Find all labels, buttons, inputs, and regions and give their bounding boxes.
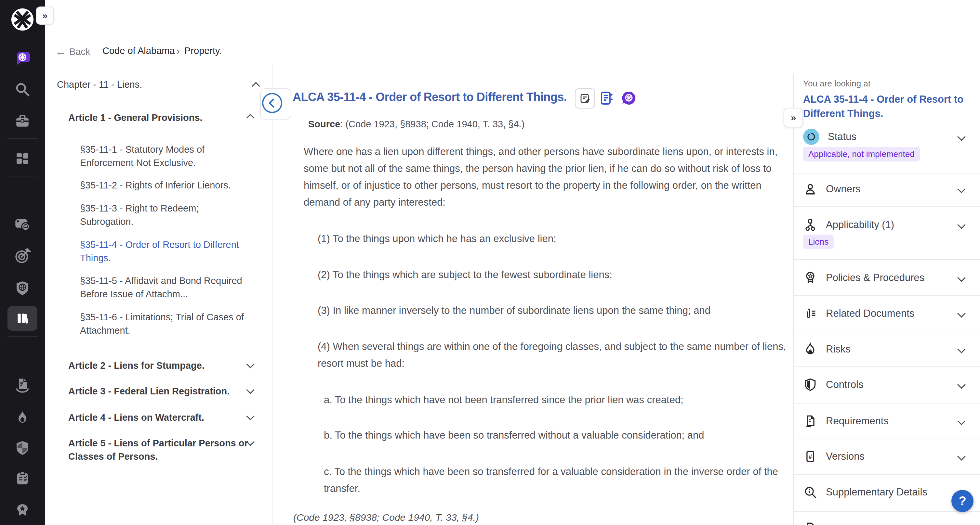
- section-partial-bottom[interactable]: [803, 520, 972, 525]
- section-risks[interactable]: Risks: [803, 341, 972, 357]
- document-source-line: Source: (Code 1923, §8938; Code 1940, T.…: [308, 119, 525, 130]
- rail-item-dashboard[interactable]: [0, 146, 45, 171]
- search-icon: [14, 81, 30, 97]
- controls-label: Controls: [826, 379, 863, 390]
- tree-article-1[interactable]: Article 1 - General Provisions.: [68, 111, 254, 124]
- section-requirements[interactable]: Requirements: [803, 413, 972, 429]
- section-divider: [794, 259, 980, 260]
- rail-item-privacy[interactable]: [0, 275, 45, 301]
- section-divider: [794, 173, 980, 173]
- document-subitem-b: b. To the things which have been so tran…: [324, 427, 792, 444]
- section-versions[interactable]: # Versions: [803, 449, 972, 464]
- back-button[interactable]: ← Back: [55, 46, 90, 58]
- rail-item-assistant[interactable]: [0, 45, 45, 71]
- section-supplementary-details[interactable]: Supplementary Details: [803, 484, 972, 500]
- risks-label: Risks: [826, 343, 851, 355]
- section-applicability[interactable]: Applicability (1): [803, 217, 972, 233]
- tree-section-35-11-6[interactable]: §35-11-6 - Limitations; Trial of Cases o…: [80, 311, 252, 337]
- tree-collapse-button[interactable]: [262, 93, 282, 113]
- rail-item-search[interactable]: [0, 76, 45, 102]
- svg-text:#: #: [809, 453, 812, 460]
- tree-section-35-11-2[interactable]: §35-11-2 - Rights of Inferior Lienors.: [80, 179, 252, 192]
- section-status[interactable]: Status: [803, 129, 972, 144]
- breadcrumb-root[interactable]: Code of Alabama: [102, 46, 175, 56]
- tree-section-35-11-1[interactable]: §35-11-1 - Statutory Modes of Enforcemen…: [80, 143, 252, 170]
- chevron-up-icon[interactable]: [252, 82, 260, 90]
- note-edit-icon: [579, 93, 591, 104]
- rail-item-certifications[interactable]: [0, 497, 45, 523]
- rail-item-requirements[interactable]: [0, 466, 45, 492]
- section-divider: [794, 295, 980, 296]
- section-divider: [794, 439, 980, 439]
- section-related-documents[interactable]: Related Documents: [803, 306, 972, 321]
- help-button[interactable]: ?: [951, 490, 974, 512]
- rail-divider: [7, 176, 38, 176]
- clipboard-check-icon: [14, 471, 30, 486]
- sidebar-expand-button[interactable]: »: [36, 6, 54, 25]
- supplementary-details-label: Supplementary Details: [826, 486, 928, 498]
- document-item-2: (2) To the things which are subject to t…: [318, 266, 792, 283]
- shield-checker-icon: [14, 440, 30, 455]
- tree-section-35-11-4-selected[interactable]: §35-11-4 - Order of Resort to Different …: [80, 238, 252, 265]
- status-label: Status: [828, 131, 856, 143]
- back-label: Back: [69, 46, 90, 57]
- section-policies[interactable]: Policies & Procedures: [803, 270, 972, 285]
- chevrons-right-icon: »: [42, 10, 48, 21]
- section-divider: [794, 403, 980, 403]
- chevrons-right-icon: »: [791, 112, 796, 123]
- tree-section-35-11-5[interactable]: §35-11-5 - Affidavit and Bond Required B…: [80, 274, 252, 301]
- document-item-4: (4) When several things are within one o…: [318, 338, 792, 372]
- policies-label: Policies & Procedures: [826, 272, 924, 284]
- ask-assistant-button[interactable]: [621, 90, 636, 106]
- tree-article-4[interactable]: Article 4 - Liens on Watercraft.: [68, 411, 254, 424]
- tree-chapter-header[interactable]: Chapter - 11 - Liens.: [57, 79, 142, 90]
- rail-item-risks[interactable]: [0, 404, 45, 430]
- source-value: : (Code 1923, §8938; Code 1940, T. 33, §…: [340, 119, 525, 129]
- document-item-1: (1) To the things upon which he has an e…: [318, 230, 792, 247]
- annotate-button[interactable]: [575, 88, 595, 108]
- breadcrumb-current[interactable]: Property.: [185, 46, 222, 56]
- status-badge: Applicable, not implemented: [803, 147, 920, 162]
- rail-item-workspace[interactable]: [0, 108, 45, 134]
- section-divider: [794, 511, 980, 512]
- ai-summary-button[interactable]: [599, 90, 614, 106]
- section-divider: [794, 206, 980, 207]
- assistant-chat-icon: [14, 50, 30, 66]
- tree-article-3[interactable]: Article 3 - Federal Lien Registration.: [68, 385, 254, 398]
- library-books-icon: [14, 310, 30, 327]
- rail-divider: [7, 336, 38, 336]
- rail-divider: [7, 138, 38, 139]
- document-icon: [803, 521, 818, 525]
- rail-item-doc-intake[interactable]: [0, 372, 45, 398]
- rail-item-controls[interactable]: [0, 435, 45, 461]
- section-controls[interactable]: Controls: [803, 377, 972, 392]
- section-divider: [794, 331, 980, 331]
- assistant-chat-icon: [621, 90, 636, 106]
- document-title: ALCA 35-11-4 - Order of Resort to Differ…: [293, 90, 567, 104]
- medal-icon: [14, 503, 30, 518]
- tree-section-35-11-3[interactable]: §35-11-3 - Right to Redeem; Subrogation.: [80, 202, 252, 228]
- version-number-icon: #: [803, 449, 818, 463]
- applicability-label: Applicability (1): [826, 219, 894, 231]
- tree-article-5[interactable]: Article 5 - Liens of Particular Persons …: [68, 437, 254, 463]
- source-label: Source: [308, 119, 340, 129]
- rail-item-alerts[interactable]: [0, 211, 45, 237]
- requirements-label: Requirements: [826, 415, 889, 427]
- flame-icon: [803, 342, 818, 356]
- document-citation: (Code 1923, §8938; Code 1940, T. 33, §4.…: [293, 512, 479, 523]
- breadcrumb-separator-icon: ›: [176, 45, 180, 57]
- details-collapse-button[interactable]: »: [784, 108, 803, 127]
- tree-article-2[interactable]: Article 2 - Liens for Stumpage.: [68, 359, 254, 372]
- rail-item-objectives[interactable]: [0, 243, 45, 269]
- document-subitem-c: c. To the things which have been so tran…: [324, 463, 792, 497]
- medal-icon: [803, 271, 818, 285]
- document-scan-icon: [14, 376, 31, 393]
- card-bell-icon: [14, 216, 31, 233]
- section-owners[interactable]: Owners: [803, 181, 972, 197]
- target-icon: [14, 247, 31, 265]
- rail-item-law-library-active[interactable]: [8, 306, 37, 331]
- section-divider: [794, 366, 980, 367]
- arrow-left-icon: ←: [55, 46, 66, 58]
- chevron-left-icon: [268, 98, 278, 108]
- document-subitem-a: a. To the things which have not been tra…: [324, 392, 792, 408]
